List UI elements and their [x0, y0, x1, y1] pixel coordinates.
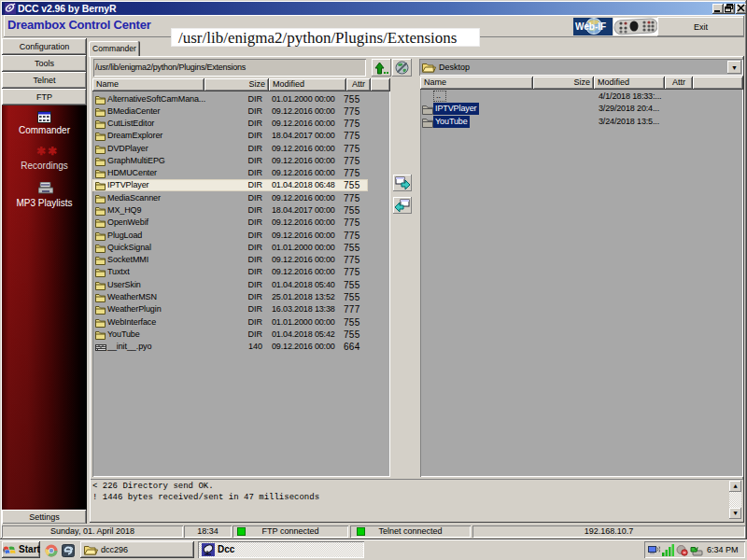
svg-text:Web-IF: Web-IF: [575, 21, 606, 32]
